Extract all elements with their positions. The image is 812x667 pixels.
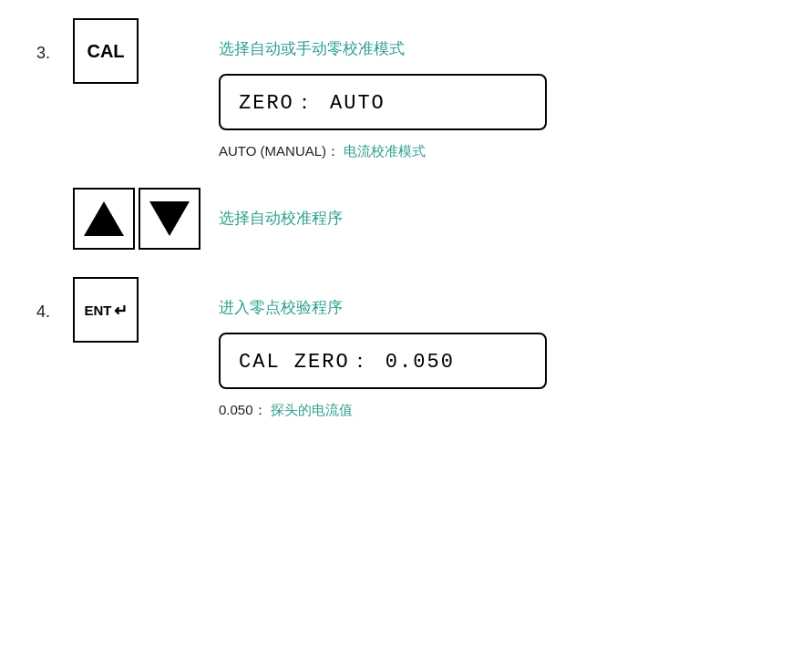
step-4-description: 进入零点校验程序 [219,286,776,318]
step-4-subtext: 0.050： 探头的电流值 [219,402,776,419]
step-3-description: 选择自动或手动零校准模式 [219,27,776,59]
step-4-icon-area: ENT ↵ [73,277,219,343]
step-4-subtext-prefix: 0.050： [219,402,267,417]
arrow-content: 选择自动校准程序 [219,188,776,243]
zero-auto-display: ZERO： AUTO [219,74,547,130]
step-3-subtext-colored: 电流校准模式 [344,143,426,159]
ent-button[interactable]: ENT ↵ [73,277,139,343]
up-arrow-icon [84,201,124,236]
step-3-content: 选择自动或手动零校准模式 ZERO： AUTO AUTO (MANUAL)： 电… [219,18,776,160]
step-4-subtext-colored: 探头的电流值 [271,402,353,417]
step-3-subtext: AUTO (MANUAL)： 电流校准模式 [219,143,776,160]
arrow-icon-area [73,188,219,250]
ent-label: ENT [85,303,112,317]
arrow-section: 选择自动校准程序 [36,188,776,250]
step-3-subtext-prefix: AUTO (MANUAL)： [219,143,340,159]
cal-label: CAL [87,41,124,62]
down-arrow-button[interactable] [139,188,200,250]
down-arrow-icon [149,201,190,236]
up-arrow-button[interactable] [73,188,135,250]
step-4-content: 进入零点校验程序 CAL ZERO： 0.050 0.050： 探头的电流值 [219,277,776,419]
arrow-description: 选择自动校准程序 [219,197,776,229]
ent-return-icon: ↵ [114,301,128,321]
step-3-icon-area: CAL [73,18,219,84]
step-3-section: 3. CAL 选择自动或手动零校准模式 ZERO： AUTO AUTO (MAN… [36,18,776,160]
step-3-number: 3. [36,18,73,63]
step-4-section: 4. ENT ↵ 进入零点校验程序 CAL ZERO： 0.050 0.050：… [36,277,776,419]
ent-inner: ENT ↵ [85,299,128,321]
cal-button[interactable]: CAL [73,18,139,84]
cal-zero-display: CAL ZERO： 0.050 [219,333,547,389]
step-4-number: 4. [36,277,73,322]
